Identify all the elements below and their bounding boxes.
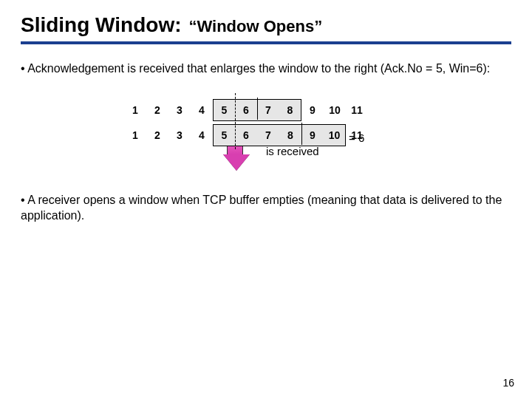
seq-cell-inwindow: 5: [213, 124, 235, 146]
seq-cell: 1: [124, 124, 146, 146]
window-row-after: 1 2 3 4 5 6 7 8 9 10 11: [124, 123, 434, 148]
seq-cell: 2: [146, 99, 168, 121]
seq-cell: 11: [346, 99, 368, 121]
seq-cell-inwindow: 8: [279, 99, 301, 121]
seq-cell: 4: [191, 99, 213, 121]
seq-cell-inwindow: 5: [213, 99, 235, 121]
seq-cell-inwindow: 6: [235, 124, 257, 146]
window-row-before: 1 2 3 4 5 6 7 8 9 10 11: [124, 98, 434, 123]
seq-cell-inwindow: 7: [257, 99, 279, 121]
seq-cell-inwindow: 7: [257, 124, 279, 146]
left-edge-marker: [235, 118, 236, 149]
seq-cell-inwindow: 10: [324, 124, 346, 146]
title-sub: “Window Opens”: [188, 17, 322, 36]
seq-cell-inwindow: 6: [235, 99, 257, 121]
bullet-2: • A receiver opens a window when TCP buf…: [21, 192, 511, 224]
slide-title: Sliding Window: “Window Opens”: [21, 13, 511, 44]
seq-cell-inwindow: 8: [279, 124, 301, 146]
seq-cell: 9: [301, 99, 324, 121]
seq-cell: 1: [124, 99, 146, 121]
bullet-1: • Acknowledgement is received that enlar…: [21, 61, 511, 77]
seq-cell: 2: [146, 124, 168, 146]
seq-cell: 3: [168, 124, 191, 146]
window-divider: [257, 98, 258, 120]
seq-cell: 11: [346, 124, 368, 146]
seq-cell: 4: [191, 124, 213, 146]
seq-cell-inwindow: 9: [301, 124, 324, 146]
title-main: Sliding Window:: [21, 13, 181, 37]
sliding-window-diagram: 1 2 3 4 5 6 7 8 9 10 11 Ack.No = 5, Win …: [124, 98, 434, 148]
window-divider: [301, 123, 302, 145]
seq-cell: 3: [168, 99, 191, 121]
seq-cell: 10: [324, 99, 346, 121]
page-number: 16: [502, 377, 514, 389]
